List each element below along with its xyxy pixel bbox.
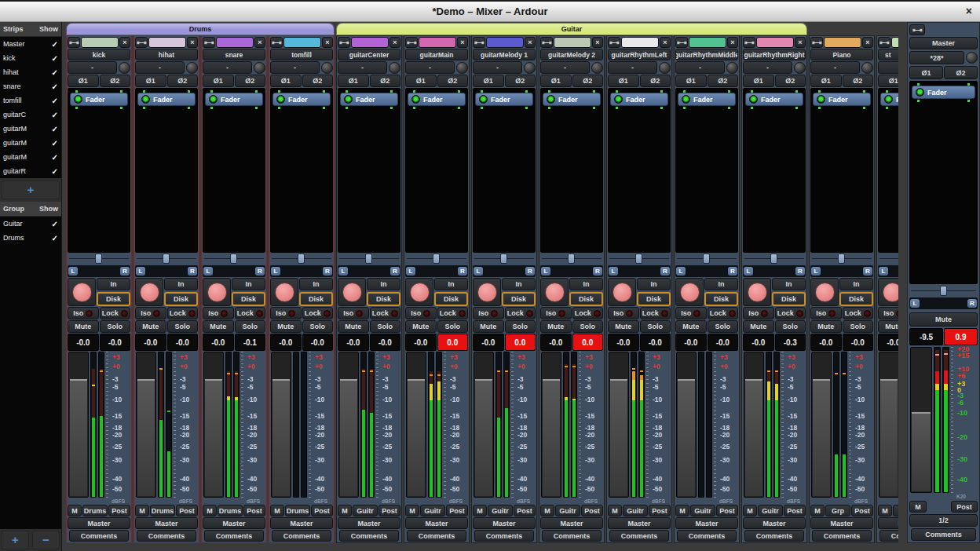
visible-checkbox[interactable]: ✓ bbox=[52, 220, 58, 228]
level-meter[interactable] bbox=[563, 352, 569, 498]
record-arm-button[interactable] bbox=[405, 278, 433, 306]
level-meter[interactable] bbox=[301, 352, 307, 498]
phase-1-button[interactable]: Ø1 bbox=[68, 75, 99, 87]
meter-point-button[interactable]: Post bbox=[378, 505, 400, 516]
strip-color-swatch[interactable] bbox=[216, 37, 254, 48]
meter-point-button[interactable]: Post bbox=[243, 505, 265, 516]
meter-point-button[interactable]: Post bbox=[108, 505, 130, 516]
strip-close-button[interactable]: × bbox=[795, 37, 806, 48]
strip-close-button[interactable]: × bbox=[660, 37, 671, 48]
trim-knob[interactable] bbox=[389, 62, 400, 74]
level-meter[interactable] bbox=[360, 352, 367, 498]
strip-name-button[interactable]: guitarRhythmRight bbox=[743, 49, 806, 60]
solo-lock-button[interactable]: Lock bbox=[708, 307, 739, 319]
monitor-disk-button[interactable]: Disk bbox=[232, 292, 265, 306]
phase-1-button[interactable]: Ø1 bbox=[473, 75, 504, 87]
processor-box[interactable]: Fader bbox=[743, 88, 806, 253]
fader-processor[interactable]: Fader bbox=[610, 93, 668, 106]
group-button[interactable]: Drums bbox=[150, 505, 175, 516]
solo-lock-button[interactable]: Lock bbox=[100, 307, 131, 319]
record-arm-button[interactable] bbox=[68, 278, 96, 306]
solo-isolate-button[interactable]: Iso bbox=[743, 307, 774, 319]
solo-lock-button[interactable]: Lock bbox=[235, 307, 266, 319]
solo-lock-button[interactable]: Lock bbox=[505, 307, 536, 319]
visible-checkbox[interactable]: ✓ bbox=[52, 167, 58, 176]
comments-button[interactable]: Comments bbox=[137, 530, 196, 542]
narrow-strip-button[interactable]: ⇤⇥ bbox=[473, 37, 485, 48]
group-list-item[interactable]: Drums✓ bbox=[0, 231, 61, 245]
group-tab[interactable]: Drums bbox=[66, 23, 335, 35]
comments-button[interactable]: Comments bbox=[69, 530, 129, 542]
monitor-input-button[interactable]: In bbox=[97, 278, 130, 290]
add-strip-button[interactable]: + bbox=[2, 181, 60, 199]
strip-close-button[interactable]: × bbox=[119, 37, 130, 48]
input-button[interactable]: - bbox=[135, 61, 185, 74]
input-button[interactable]: - bbox=[203, 61, 252, 74]
comments-button[interactable]: Comments bbox=[609, 530, 669, 542]
record-arm-button[interactable] bbox=[135, 278, 163, 306]
narrow-strip-button[interactable]: ⇤⇥ bbox=[878, 37, 890, 48]
strip-name-button[interactable]: guitarMelody 1 bbox=[473, 49, 536, 60]
phase-2-button[interactable]: Ø2 bbox=[370, 75, 401, 87]
narrow-strip-button[interactable]: ⇤⇥ bbox=[743, 37, 755, 48]
strip-close-button[interactable]: × bbox=[389, 37, 400, 48]
fader-processor[interactable]: Fader bbox=[912, 86, 975, 99]
phase-1-button[interactable]: Ø1 bbox=[608, 75, 639, 87]
input-button[interactable]: - bbox=[878, 61, 898, 74]
record-arm-button[interactable] bbox=[608, 278, 636, 306]
group-button[interactable]: Guitr bbox=[555, 505, 580, 516]
monitor-disk-button[interactable]: Disk bbox=[839, 292, 873, 306]
output-button[interactable]: Master bbox=[810, 517, 873, 529]
processor-box[interactable]: Fader bbox=[878, 88, 898, 253]
strip-color-swatch[interactable] bbox=[351, 37, 389, 48]
mono-button[interactable]: M bbox=[405, 505, 419, 516]
phase-2-button[interactable]: Ø2 bbox=[640, 75, 671, 87]
mono-button[interactable]: M bbox=[909, 501, 927, 513]
peak-display[interactable]: 0.9 bbox=[944, 328, 978, 345]
mute-button[interactable]: Mute bbox=[608, 320, 639, 333]
strip-close-button[interactable]: × bbox=[727, 37, 738, 48]
strip-name-button[interactable]: guitarRhythmMiddle bbox=[675, 49, 738, 60]
meter-point-button[interactable]: Post bbox=[311, 505, 333, 516]
meter-point-button[interactable]: Post bbox=[951, 501, 978, 513]
phase-1-button[interactable]: Ø1 bbox=[203, 75, 234, 87]
mute-button[interactable]: Mute bbox=[810, 320, 842, 333]
narrow-strip-button[interactable]: ⇤⇥ bbox=[909, 24, 925, 35]
mute-button[interactable]: Mute bbox=[909, 312, 978, 327]
trim-knob[interactable] bbox=[254, 62, 265, 74]
panner[interactable]: LR bbox=[473, 254, 536, 277]
visible-checkbox[interactable]: ✓ bbox=[52, 68, 58, 77]
panner[interactable]: LR bbox=[203, 254, 265, 277]
record-arm-button[interactable] bbox=[540, 278, 569, 306]
fader-processor[interactable]: Fader bbox=[137, 93, 196, 106]
monitor-input-button[interactable]: In bbox=[502, 278, 536, 290]
peak-display[interactable]: -0.0 bbox=[843, 334, 874, 351]
trim-knob[interactable] bbox=[966, 52, 978, 64]
monitor-input-button[interactable]: In bbox=[637, 278, 671, 290]
visible-checkbox[interactable]: ✓ bbox=[52, 139, 58, 148]
gain-display[interactable]: -0.0 bbox=[203, 334, 234, 351]
record-arm-button[interactable] bbox=[338, 278, 366, 306]
level-meter[interactable] bbox=[766, 352, 772, 498]
remove-group-button[interactable]: − bbox=[32, 531, 60, 549]
solo-button[interactable]: Solo bbox=[100, 320, 131, 333]
peak-display[interactable]: -0.0 bbox=[640, 334, 671, 351]
gain-display[interactable]: -0.0 bbox=[675, 334, 707, 351]
strip-close-button[interactable]: × bbox=[862, 37, 873, 48]
phase-2-button[interactable]: Ø2 bbox=[708, 75, 739, 87]
gain-display[interactable]: -0.0 bbox=[810, 334, 842, 351]
phase-1-button[interactable]: Ø1 bbox=[338, 75, 369, 87]
solo-button[interactable]: Solo bbox=[843, 320, 874, 333]
fader[interactable] bbox=[811, 352, 832, 498]
strip-name-button[interactable]: st bbox=[878, 49, 898, 60]
narrow-strip-button[interactable]: ⇤⇥ bbox=[68, 37, 80, 48]
input-button[interactable]: - bbox=[540, 61, 590, 74]
monitor-disk-button[interactable]: Disk bbox=[434, 292, 468, 306]
output-button[interactable]: Master bbox=[675, 517, 738, 529]
meter-point-button[interactable]: Post bbox=[446, 505, 468, 516]
processor-box[interactable]: Fader bbox=[909, 81, 978, 284]
panner[interactable]: LR bbox=[608, 254, 671, 277]
solo-button[interactable]: Solo bbox=[505, 320, 536, 333]
strips-list-item[interactable]: guitarM✓ bbox=[0, 122, 61, 136]
strips-list-item[interactable]: snare✓ bbox=[0, 79, 61, 93]
